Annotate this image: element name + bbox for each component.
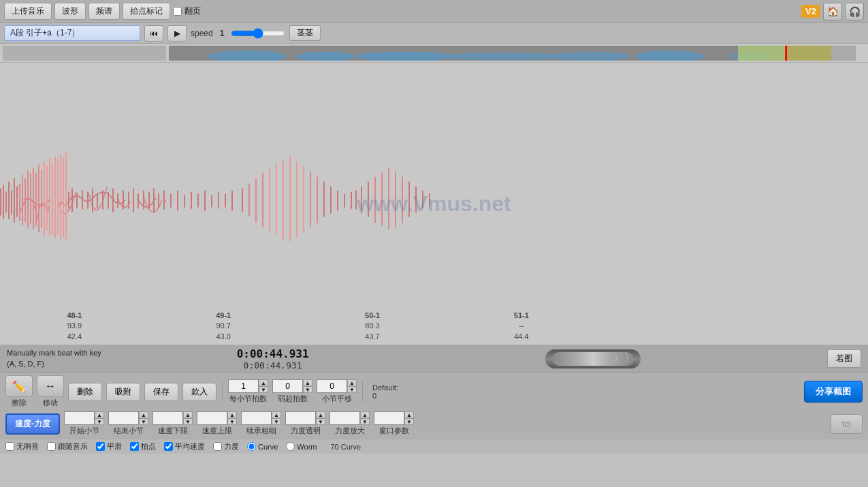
speed-max-up[interactable]: ▲: [227, 411, 237, 418]
force-checkbox[interactable]: [213, 442, 222, 451]
worm-radio-input[interactable]: [286, 442, 295, 451]
avg-speed-check[interactable]: 平均速度: [164, 441, 205, 452]
svg-rect-89: [374, 177, 376, 223]
tcl-button[interactable]: tcl: [831, 414, 863, 434]
force-smooth-group: ▲ ▼ 力度透明: [285, 411, 325, 436]
headphone-icon[interactable]: 🎧: [845, 3, 864, 20]
speed-min-down[interactable]: ▼: [183, 418, 193, 425]
smooth-checkbox[interactable]: [96, 442, 105, 451]
line-width-input[interactable]: [241, 411, 272, 425]
curve-radio-input[interactable]: [247, 442, 256, 451]
speed-slider[interactable]: [231, 28, 285, 39]
line-width-up[interactable]: ▲: [272, 411, 281, 418]
end-bar-input[interactable]: [108, 411, 139, 425]
beats-per-bar-input[interactable]: [228, 379, 259, 393]
svg-rect-32: [49, 158, 50, 236]
skip-back-button[interactable]: ⏮: [144, 25, 163, 42]
svg-rect-63: [197, 194, 199, 208]
force-zoom-up[interactable]: ▲: [360, 411, 370, 418]
speed-min-arrows: ▲ ▼: [183, 411, 193, 425]
start-bar-input[interactable]: [64, 411, 95, 425]
beat-follow-check[interactable]: 跟随音乐: [47, 441, 88, 452]
start-beat-down[interactable]: ▼: [303, 386, 312, 393]
force-smooth-input[interactable]: [285, 411, 316, 425]
beat-label: 拍点: [141, 441, 156, 452]
svg-rect-23: [25, 178, 26, 223]
absorb-button[interactable]: 吸附: [106, 383, 140, 401]
svg-rect-96: [422, 191, 423, 208]
waveform-button[interactable]: 波形: [54, 3, 86, 20]
window-param-up[interactable]: ▲: [404, 411, 414, 418]
erase-label: 擦除: [12, 398, 27, 408]
speed-force-button[interactable]: 速度-力度: [5, 413, 60, 435]
curve-radio[interactable]: Curve: [247, 442, 278, 451]
waveform-mini: 〉〉: [545, 349, 641, 368]
delete-button[interactable]: 删除: [68, 383, 102, 401]
svg-rect-56: [153, 189, 155, 213]
share-screenshot-button[interactable]: 分享截图: [804, 381, 863, 403]
svg-rect-42: [82, 191, 83, 210]
view-button[interactable]: 若图: [827, 349, 861, 368]
waveform-svg: [0, 63, 868, 345]
worm-radio[interactable]: Worm: [286, 442, 317, 451]
main-waveform[interactable]: www.Vmus.net 48-1 93.9 42.4 49-1 90.7 43…: [0, 63, 868, 345]
speed-max-group: ▲ ▼ 速度上限: [197, 411, 237, 436]
avg-speed-checkbox[interactable]: [164, 442, 173, 451]
beat-checkbox[interactable]: [130, 442, 139, 451]
start-bar-group: ▲ ▼ 开始小节: [64, 411, 104, 436]
svg-rect-27: [35, 173, 37, 226]
erase-icon-button[interactable]: ✏️: [5, 375, 33, 397]
window-param-input[interactable]: [374, 411, 404, 425]
start-beat-input[interactable]: [272, 379, 303, 393]
speed-min-up[interactable]: ▲: [183, 411, 193, 418]
play-button[interactable]: ▶: [167, 25, 187, 42]
spectrum-button[interactable]: 频谱: [89, 3, 120, 20]
no-sound-check[interactable]: 无哨音: [5, 441, 39, 452]
speed-max-input[interactable]: [197, 411, 227, 425]
bar-offset-down[interactable]: ▼: [347, 386, 357, 393]
beat-follow-checkbox[interactable]: [47, 442, 56, 451]
svg-rect-37: [63, 158, 64, 238]
end-bar-up[interactable]: ▲: [139, 411, 148, 418]
force-zoom-down[interactable]: ▼: [360, 418, 370, 425]
svg-point-4: [444, 52, 562, 61]
line-width-down[interactable]: ▼: [272, 418, 281, 425]
beats-per-bar-up[interactable]: ▲: [259, 379, 268, 386]
svg-rect-9: [785, 46, 787, 61]
import-button[interactable]: 款入: [182, 383, 216, 401]
save-icon[interactable]: 🏠: [823, 3, 842, 20]
svg-rect-70: [248, 184, 250, 217]
beat-mark-button[interactable]: 抬点标记: [123, 3, 170, 20]
window-param-label: 窗口参数: [379, 426, 409, 436]
svg-rect-38: [65, 153, 67, 240]
force-check[interactable]: 力度: [213, 441, 239, 452]
beats-per-bar-down[interactable]: ▼: [259, 386, 268, 393]
window-param-down[interactable]: ▼: [404, 418, 414, 425]
svg-rect-77: [296, 161, 298, 238]
start-bar-down[interactable]: ▼: [95, 418, 104, 425]
svg-rect-31: [46, 166, 48, 231]
move-icon-button[interactable]: ↔: [37, 375, 64, 397]
smooth-check[interactable]: 平滑: [96, 441, 122, 452]
upload-music-button[interactable]: 上传音乐: [4, 3, 52, 20]
overview-track[interactable]: [169, 46, 856, 61]
line-width-arrows: ▲ ▼: [272, 411, 281, 425]
start-beat-up[interactable]: ▲: [303, 379, 312, 386]
avg-speed-label: 平均速度: [175, 441, 205, 452]
speed-max-down[interactable]: ▼: [227, 418, 237, 425]
no-sound-checkbox[interactable]: [5, 442, 14, 451]
bar-offset-up[interactable]: ▲: [347, 379, 357, 386]
start-bar-up[interactable]: ▲: [95, 411, 104, 418]
force-zoom-input[interactable]: [329, 411, 360, 425]
bar-offset-input[interactable]: [317, 379, 347, 393]
apply-speed-button[interactable]: 茎茎: [289, 25, 321, 41]
beat-check[interactable]: 拍点: [130, 441, 156, 452]
fanye-checkbox[interactable]: [173, 7, 182, 16]
save-button[interactable]: 保存: [144, 383, 178, 401]
fanye-checkbox-label[interactable]: 翻页: [173, 5, 201, 17]
force-smooth-up[interactable]: ▲: [316, 411, 325, 418]
speed-min-input[interactable]: [152, 411, 183, 425]
line-width-group: ▲ ▼ 续承粗细: [241, 411, 281, 436]
end-bar-down[interactable]: ▼: [139, 418, 148, 425]
force-smooth-down[interactable]: ▼: [316, 418, 325, 425]
